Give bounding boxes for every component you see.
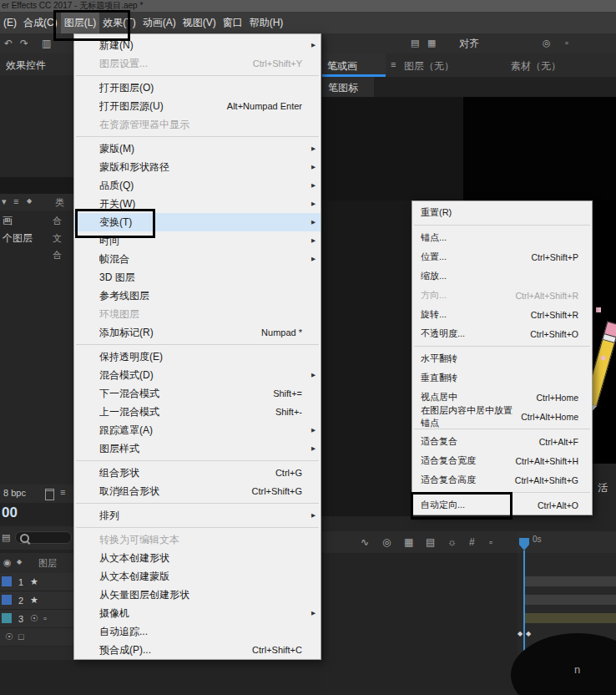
project-type-column-header[interactable]: 类 xyxy=(55,196,64,209)
transform-submenu-item-15[interactable]: 适合复合宽度Ctrl+Alt+Shift+H xyxy=(412,451,592,470)
panel-menu-icon[interactable]: ≡ xyxy=(60,488,65,497)
comp-tab[interactable]: 笔图标 xyxy=(322,77,374,97)
layer-menu-item-27[interactable]: 取消组合形状Ctrl+Shift+G xyxy=(74,482,321,500)
effect-controls-panel-tab[interactable]: 效果控件 xyxy=(0,53,73,75)
layer-menu-item-8[interactable]: 蒙版和形状路径▶ xyxy=(74,158,321,176)
color-depth-button[interactable]: 8 bpc xyxy=(3,488,26,498)
solo-icon[interactable]: ☉ xyxy=(5,632,13,642)
layer-menu-item-10[interactable]: 开关(W)▶ xyxy=(74,195,321,213)
transform-submenu-item-10[interactable]: 垂直翻转 xyxy=(412,368,592,388)
menubar-item-help[interactable]: 帮助(H) xyxy=(246,12,287,33)
panel-menu-icon[interactable]: ≡ xyxy=(391,60,396,69)
layer-track-bar[interactable] xyxy=(524,595,616,605)
transform-submenu-item-5[interactable]: 方向...Ctrl+Alt+Shift+R xyxy=(412,286,592,305)
layer-menu-item-31[interactable]: 转换为可编辑文本 xyxy=(74,530,321,549)
grid-icon[interactable]: ▦ xyxy=(427,38,436,48)
layer-menu-item-24[interactable]: 图层样式▶ xyxy=(74,439,321,458)
menubar-item-view[interactable]: 视图(V) xyxy=(179,12,220,33)
transform-submenu-item-16[interactable]: 适合复合高度Ctrl+Alt+Shift+G xyxy=(412,470,592,490)
layer-menu-item-9[interactable]: 品质(Q)▶ xyxy=(74,176,321,195)
keyframe-icon[interactable]: ◆ xyxy=(518,631,523,637)
layer-menu-item-17[interactable]: 添加标记(R)Numpad * xyxy=(74,323,321,342)
trash-icon[interactable] xyxy=(45,489,54,500)
solo-icon[interactable]: ☉ xyxy=(30,614,38,623)
grid-icon[interactable]: ▦ xyxy=(404,537,413,547)
layer-track-bar[interactable] xyxy=(524,613,616,623)
layer-menu-item-5[interactable]: 在资源管理器中显示 xyxy=(74,115,321,134)
small-square-icon[interactable]: ▫ xyxy=(43,614,47,623)
transform-submenu-item-4[interactable]: 缩放... xyxy=(412,266,592,286)
menubar-item-composition[interactable]: 合成(C) xyxy=(20,12,61,33)
transform-submenu-item-6[interactable]: 旋转...Ctrl+Shift+R xyxy=(412,305,592,324)
panel-menu-icon[interactable]: ≡ xyxy=(13,197,18,206)
panel-icon[interactable]: ▤ xyxy=(2,533,10,542)
transform-submenu-item-12[interactable]: 在图层内容中居中放置锚点Ctrl+Alt+Home xyxy=(412,407,592,426)
menubar-item-animation[interactable]: 动画(A) xyxy=(139,12,179,33)
project-row-name[interactable]: 个图层 xyxy=(3,231,33,246)
panel-icon[interactable]: ▤ xyxy=(411,38,419,48)
layer-menu-item-19[interactable]: 保持透明度(E) xyxy=(74,348,321,366)
sun-icon[interactable]: ☼ xyxy=(447,537,457,547)
target-icon[interactable]: ◎ xyxy=(382,537,391,547)
checkbox-icon[interactable]: □ xyxy=(18,632,24,642)
layer-menu-item-14[interactable]: 3D 图层 xyxy=(74,268,321,287)
timeline-ruler[interactable]: 0s xyxy=(518,531,616,553)
panel-icon[interactable]: ▤ xyxy=(426,537,435,547)
current-time-display[interactable]: 00 xyxy=(2,505,18,521)
wave-icon[interactable]: ∿ xyxy=(361,537,369,547)
layer-menu-item-35[interactable]: 摄像机▶ xyxy=(74,604,321,622)
layer-menu-item-33[interactable]: 从文本创建蒙版 xyxy=(74,567,321,586)
layer-menu-item-1[interactable]: 图层设置...Ctrl+Shift+Y xyxy=(74,54,321,73)
transform-submenu-item-2[interactable]: 锚点... xyxy=(412,228,592,247)
layer-menu-item-23[interactable]: 跟踪遮罩(A)▶ xyxy=(74,421,321,439)
small-square-icon[interactable]: ▫ xyxy=(565,38,568,48)
layer-menu-item-15[interactable]: 参考线图层 xyxy=(74,287,321,305)
menubar-item-layer[interactable]: 图层(L) xyxy=(61,12,100,33)
playhead-line[interactable] xyxy=(523,550,525,651)
star-icon[interactable]: ★ xyxy=(30,577,38,586)
playhead-head[interactable] xyxy=(519,538,529,545)
layer-menu-item-20[interactable]: 混合模式(D)▶ xyxy=(74,366,321,384)
target-icon[interactable]: ◎ xyxy=(543,38,551,48)
layer-label-color[interactable] xyxy=(2,613,12,623)
star-icon[interactable]: ★ xyxy=(30,596,38,605)
layer-label-color[interactable] xyxy=(2,576,12,586)
menubar-item-edit-fragment[interactable]: (E) xyxy=(0,12,20,33)
layer-menu-item-0[interactable]: 新建(N)▶ xyxy=(74,36,321,54)
menubar-item-window[interactable]: 窗口 xyxy=(220,12,246,33)
align-panel-label[interactable]: 对齐 xyxy=(459,37,479,51)
transform-submenu-item-14[interactable]: 适合复合Ctrl+Alt+F xyxy=(412,432,592,451)
layer-menu-item-26[interactable]: 组合形状Ctrl+G xyxy=(74,464,321,482)
layer-menu-item-21[interactable]: 下一混合模式Shift+= xyxy=(74,384,321,403)
layer-menu-item-34[interactable]: 从矢量图层创建形状 xyxy=(74,586,321,604)
chevron-down-icon[interactable]: ▾ xyxy=(2,197,7,206)
grid-tool-icon[interactable]: ▥ xyxy=(42,38,51,48)
active-camera-label-fragment[interactable]: 活 xyxy=(598,481,608,495)
project-row-name[interactable]: 画 xyxy=(3,214,13,228)
layer-menu-item-32[interactable]: 从文本创建形状 xyxy=(74,549,321,567)
layer-menu-item-12[interactable]: 时间▶ xyxy=(74,231,321,250)
layer-menu-item-29[interactable]: 排列▶ xyxy=(74,506,321,525)
layer-menu-item-16[interactable]: 环境图层 xyxy=(74,305,321,323)
menubar-item-effect[interactable]: 效果(T) xyxy=(99,12,139,33)
eye-icon[interactable]: ◉ xyxy=(3,558,12,567)
layer-menu-item-11[interactable]: 变换(T)▶ xyxy=(74,213,321,231)
search-input[interactable] xyxy=(15,531,72,544)
layer-menu-item-22[interactable]: 上一混合模式Shift+- xyxy=(74,403,321,421)
layer-column-header[interactable]: 图层 xyxy=(38,557,57,570)
viewer-tab-layer[interactable]: 图层（无） xyxy=(404,59,454,74)
transform-submenu-item-7[interactable]: 不透明度...Ctrl+Shift+O xyxy=(412,324,592,343)
transform-submenu-item-3[interactable]: 位置...Ctrl+Shift+P xyxy=(412,247,592,266)
undo-icon[interactable]: ↶ xyxy=(4,38,13,48)
layer-menu-item-36[interactable]: 自动追踪... xyxy=(74,622,321,641)
layer-menu-item-4[interactable]: 打开图层源(U)Alt+Numpad Enter xyxy=(74,97,321,115)
layer-menu-item-37[interactable]: 预合成(P)...Ctrl+Shift+C xyxy=(74,641,321,659)
viewer-tab-active[interactable]: 笔或画 xyxy=(322,53,386,77)
transform-submenu-item-18[interactable]: 自动定向...Ctrl+Alt+O xyxy=(412,495,592,515)
transform-submenu-item-0[interactable]: 重置(R) xyxy=(412,203,592,222)
layer-label-color[interactable] xyxy=(2,595,12,605)
layer-menu-item-7[interactable]: 蒙版(M)▶ xyxy=(74,140,321,158)
transform-submenu-item-9[interactable]: 水平翻转 xyxy=(412,349,592,368)
keyframe-icon[interactable]: ◆ xyxy=(526,631,531,637)
viewer-tab-footage[interactable]: 素材（无） xyxy=(511,59,561,74)
